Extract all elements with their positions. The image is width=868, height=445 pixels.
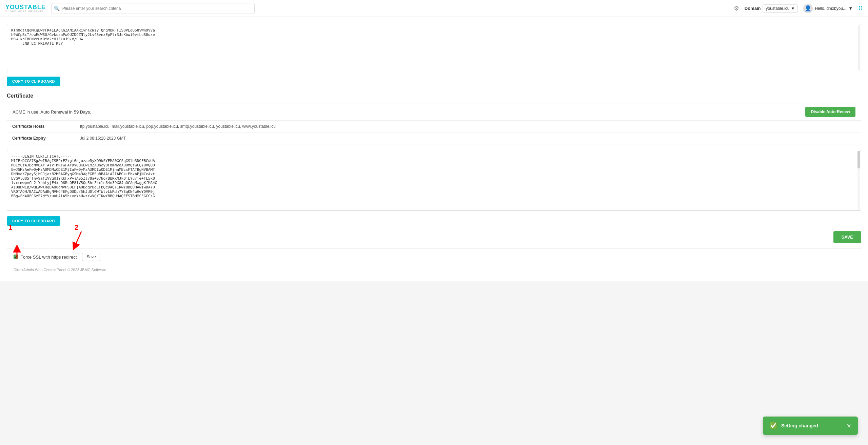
cert-expiry-label: Certificate Expiry xyxy=(7,133,75,144)
table-row: Certificate Hosts ftp.youstable.icu, mai… xyxy=(7,121,861,133)
force-ssl-label[interactable]: Force SSL with https redirect xyxy=(14,255,77,260)
logo-subtitle: CLOUD HOSTING PANEL xyxy=(5,10,46,13)
disable-auto-renew-button[interactable]: Disable Auto-Renew xyxy=(805,107,855,117)
cert-line-3: EwJSMzAeFw0yMzA0MDMwODE1MjIaFw0yMzA3MDIw… xyxy=(11,167,857,172)
main-content: KlmOdtlQoMlgBwYFK4EEACKhZANiAARivhlcWzyT… xyxy=(0,17,868,281)
bottom-bar: Force SSL with https redirect Save xyxy=(7,248,861,265)
domain-value: youstable.icu xyxy=(766,6,789,11)
private-key-line-3: MSw+kbEBPNVeUKOYa2eHJZ+uJ9/V/CU= xyxy=(11,37,857,41)
private-key-textarea: KlmOdtlQoMlgBwYFK4EEACKhZANiAARivhlcWzyT… xyxy=(7,24,861,71)
save-area: SAVE xyxy=(7,231,861,243)
cert-line-4: DHNvdXZpay5jbGJjazB2MBAGByqGSM49AgEGBSuB… xyxy=(11,172,857,176)
username: Hello, dmxbyou... xyxy=(815,6,846,11)
save-main-button[interactable]: SAVE xyxy=(833,231,861,243)
footer: DirectAdmin Web Control Panel © 2023 JBM… xyxy=(7,265,861,275)
domain-label: Domain xyxy=(745,6,761,11)
search-input[interactable] xyxy=(51,3,255,14)
cert-scrollbar-track xyxy=(857,151,860,210)
private-key-scrollbar[interactable] xyxy=(858,25,860,70)
user-chevron-icon: ▼ xyxy=(848,6,853,11)
toast-notification: ✅ Setting changed ✕ xyxy=(763,417,858,435)
header-right: ⚙ Domain youstable.icu ▼ 👤 Hello, dmxbyo… xyxy=(734,4,863,13)
check-circle-icon: ✅ xyxy=(770,422,777,429)
table-row: Certificate Expiry Jul 2 08:15:28 2023 G… xyxy=(7,133,861,144)
private-key-line-4: -----END EC PRIVATE KEY----- xyxy=(11,41,857,46)
certificate-section-title: Certificate xyxy=(7,93,861,99)
gear-icon[interactable]: ⚙ xyxy=(734,5,739,12)
cert-line-1: MIIEzDCCA7SgAwIBAgISBPrEZ+gi6djuzaeRyXO9… xyxy=(11,159,857,163)
avatar: 👤 xyxy=(803,4,813,13)
force-ssl-checkbox[interactable] xyxy=(14,255,18,259)
copy-to-clipboard-button-2[interactable]: COPY TO CLIPBOARD xyxy=(7,216,60,226)
acme-info-bar: ACME in use. Auto Renewal in 59 Days. Di… xyxy=(7,103,861,121)
search-icon: 🔍 xyxy=(54,6,60,11)
save-small-button[interactable]: Save xyxy=(82,253,100,261)
logo: YOUSTABLE CLOUD HOSTING PANEL xyxy=(5,4,46,13)
copy-to-clipboard-button-1[interactable]: COPY TO CLIPBOARD xyxy=(7,77,60,86)
certificate-table: Certificate Hosts ftp.youstable.icu, mai… xyxy=(7,121,861,144)
footer-text: DirectAdmin Web Control Panel © 2023 JBM… xyxy=(14,268,106,272)
cert-hosts-label: Certificate Hosts xyxy=(7,121,75,133)
cert-line-9: BBgwFoAUFC6zF7dYVsuuUAlA5h+vnYsUwsYwVQYI… xyxy=(11,194,857,198)
cert-expiry-value: Jul 2 08:15:28 2023 GMT xyxy=(75,133,861,144)
cert-scrollbar-thumb[interactable] xyxy=(857,151,860,168)
cert-line-2: MDIxCzAJBgNVBAYTAIVTMRYwFAYDVQQKEw1MZXQn… xyxy=(11,163,857,167)
domain-selector[interactable]: Domain youstable.icu ▼ xyxy=(745,4,798,13)
bottom-bar-wrapper: 1 2 Force SSL with https redirect Save xyxy=(7,248,861,265)
cert-line-0: -----BEGIN CERTIFICATE----- xyxy=(11,154,857,159)
force-ssl-text: Force SSL with https redirect xyxy=(20,255,77,260)
logo-brand: YOUSTABLE xyxy=(5,4,46,10)
private-key-line-1: KlmOdtlQoMlgBwYFK4EEACKhZANiAARivhlcWzyT… xyxy=(11,28,857,33)
header: YOUSTABLE CLOUD HOSTING PANEL 🔍 ⚙ Domain… xyxy=(0,0,868,17)
toast-close-button[interactable]: ✕ xyxy=(847,423,851,429)
toast-message: Setting changed xyxy=(781,423,818,428)
cert-line-8: VR0TAQH/BAIwADAdBgNVHQ4EFgQUDp/5hJd0lGWT… xyxy=(11,189,857,194)
private-key-line-2: h9WCpBcT/owEuWSO/GvkuzaPwQUZDCZNly2Lv43v… xyxy=(11,33,857,37)
search-bar[interactable]: 🔍 xyxy=(51,3,255,14)
cert-hosts-value: ftp.youstable.icu, mail.youstable.icu, p… xyxy=(75,121,861,133)
cert-line-5: EVGVlQ8SrTny9af1VVqH1YKkFxP+jAS5Zl78a+S7… xyxy=(11,176,857,181)
chevron-down-icon: ▼ xyxy=(791,6,795,11)
cert-line-6: ivcrmwpvCL2+YuhLyjF4xLD6RsQE81V5Qo5hrZ4c… xyxy=(11,181,857,185)
certificate-textarea: -----BEGIN CERTIFICATE----- MIIEzDCCA7Sg… xyxy=(7,150,861,211)
acme-text: ACME in use. Auto Renewal in 59 Days. xyxy=(13,109,91,115)
cert-line-7: A1UdDwEB/wQEAwlHgDAd8gNVHSUEFjAUBggrBgEF… xyxy=(11,185,857,189)
domain-dropdown[interactable]: youstable.icu ▼ xyxy=(763,4,798,13)
svg-text:2: 2 xyxy=(75,224,78,231)
apps-grid-icon[interactable]: ⠿ xyxy=(858,5,863,12)
user-section[interactable]: 👤 Hello, dmxbyou... ▼ xyxy=(803,4,853,13)
